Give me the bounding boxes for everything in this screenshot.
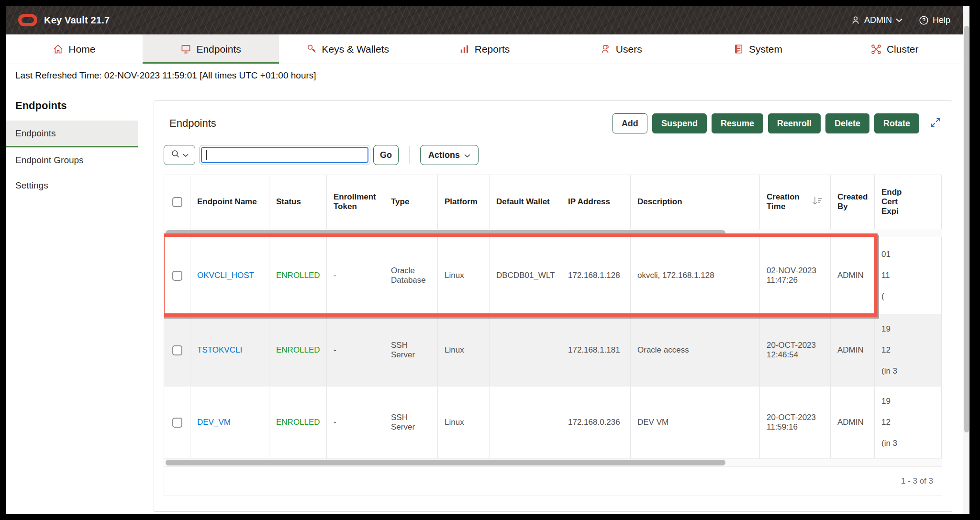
row-select-cell [164, 237, 190, 314]
column-label[interactable]: Description [637, 197, 753, 207]
default-wallet-cell: DBCDB01_WLT [490, 237, 561, 314]
chevron-down-icon [464, 150, 470, 160]
tab-keys-wallets[interactable]: Keys & Wallets [279, 34, 416, 64]
description-cell: Oracle access [631, 314, 760, 386]
status-badge: ENROLLED [276, 345, 320, 355]
chevron-down-icon [183, 151, 189, 159]
tab-system[interactable]: System [690, 34, 826, 64]
column-label[interactable]: Endpoint Name [197, 197, 262, 207]
column-label[interactable]: IP Address [568, 197, 624, 207]
sidebar-title: Endpoints [6, 100, 138, 121]
tab-home[interactable]: Home [6, 34, 143, 64]
help-menu[interactable]: Help [919, 15, 950, 25]
endpoint-link[interactable]: OKVCLI_HOST [197, 271, 262, 280]
main-nav: Home Endpoints Keys & Wallets Reports Us… [6, 34, 963, 64]
status-cell: ENROLLED [269, 314, 327, 386]
user-label: ADMIN [864, 15, 892, 25]
sidebar-item-endpoint-groups[interactable]: Endpoint Groups [6, 147, 138, 173]
search-icon [171, 149, 180, 161]
user-menu[interactable]: ADMIN [851, 15, 902, 25]
table-toolbar: Go Actions [154, 143, 952, 173]
status-cell: ENROLLED [269, 237, 327, 314]
row-select-cell [164, 387, 190, 458]
table-header-row: Endpoint NameStatusEnrollment TokenTypeP… [164, 175, 942, 229]
column-label[interactable]: Enrollment Token [334, 192, 377, 211]
users-icon [600, 44, 611, 55]
select-all-checkbox[interactable] [172, 197, 182, 207]
column-label[interactable]: Default Wallet [496, 197, 554, 207]
row-checkbox[interactable] [172, 418, 182, 428]
sidebar-item-endpoints[interactable]: Endpoints [6, 121, 138, 147]
search-column-selector[interactable] [164, 145, 195, 165]
maximize-button[interactable] [930, 117, 941, 130]
reenroll-button[interactable]: Reenroll [768, 113, 821, 133]
search-input[interactable] [201, 147, 368, 163]
cert-expiration-fragment: 11 [881, 265, 935, 286]
tab-users[interactable]: Users [553, 34, 690, 64]
column-header-created-by: Created By [831, 175, 875, 229]
row-checkbox[interactable] [172, 345, 182, 355]
last-refreshed-text: Last Refreshed Time: 02-NOV-2023 11:59:0… [6, 64, 963, 87]
cert-expiration-fragment: 12 [881, 412, 935, 433]
endpoint-name-cell: TSTOKVCLI [190, 314, 269, 386]
tab-reports[interactable]: Reports [416, 34, 553, 64]
created-by-cell: ADMIN [831, 314, 875, 386]
endpoint-link[interactable]: TSTOKVCLI [197, 345, 262, 355]
endpoints-panel: Endpoints AddSuspendResumeReenrollDelete… [154, 100, 952, 512]
go-button[interactable]: Go [373, 145, 399, 165]
scrollbar-thumb[interactable] [166, 230, 725, 236]
column-label[interactable]: Status [276, 197, 320, 207]
app-window: Key Vault 21.7 ADMIN [6, 6, 969, 514]
type-cell: SSH Server [384, 314, 438, 386]
delete-button[interactable]: Delete [825, 113, 869, 133]
user-icon [851, 15, 860, 25]
column-label[interactable]: Creation Time [767, 192, 806, 211]
cert-expiration-cell: 1912(in 3 [875, 387, 942, 458]
ip-address-cell: 172.168.1.181 [561, 314, 631, 386]
chevron-down-icon [896, 18, 902, 22]
platform-cell: Linux [438, 237, 490, 314]
enrollment-token-cell: - [327, 387, 384, 458]
table-body: OKVCLI_HOSTENROLLED-Oracle DatabaseLinux… [164, 237, 942, 458]
sidebar: Endpoints EndpointsEndpoint GroupsSettin… [6, 87, 138, 198]
suspend-button[interactable]: Suspend [652, 113, 707, 133]
home-icon [53, 44, 64, 55]
sidebar-item-settings[interactable]: Settings [6, 173, 138, 198]
select-all-header [164, 175, 190, 229]
tab-endpoints[interactable]: Endpoints [143, 34, 279, 64]
resume-button[interactable]: Resume [712, 113, 763, 133]
cert-expiration-fragment: 01 [881, 244, 935, 265]
column-label[interactable]: Type [391, 197, 431, 207]
column-label-line: Cert [881, 197, 935, 207]
platform-cell: Linux [438, 387, 490, 458]
row-checkbox[interactable] [172, 271, 182, 281]
column-label[interactable]: Platform [445, 197, 482, 207]
tab-cluster[interactable]: Cluster [826, 34, 963, 64]
scrollbar-thumb[interactable] [166, 460, 725, 465]
enrollment-token-cell: - [327, 314, 384, 386]
column-header-enrollment-token: Enrollment Token [327, 175, 384, 229]
column-header-description: Description [631, 175, 760, 229]
cert-expiration-cell: 0111( [875, 237, 942, 314]
cert-expiration-cell: 1912(in 3 [875, 314, 942, 386]
column-label[interactable]: Created By [837, 192, 868, 211]
horizontal-scrollbar-bottom[interactable] [164, 458, 942, 466]
endpoint-link[interactable]: DEV_VM [197, 418, 262, 427]
enrollment-token-cell: - [327, 237, 384, 314]
top-bar: Key Vault 21.7 ADMIN [6, 6, 963, 34]
system-icon [733, 44, 744, 55]
oracle-logo-icon [18, 14, 37, 26]
column-header-default-wallet: Default Wallet [490, 175, 561, 229]
app-title: Key Vault 21.7 [44, 15, 110, 26]
add-button[interactable]: Add [612, 113, 647, 133]
actions-menu-button[interactable]: Actions [420, 145, 479, 165]
endpoints-table: Endpoint NameStatusEnrollment TokenTypeP… [164, 175, 942, 496]
column-header-endpoint-certificate-expiration: EndpCertExpi [875, 175, 942, 229]
tab-label: Users [616, 44, 642, 55]
column-header-status: Status [269, 175, 327, 229]
scrollbar-thumb[interactable] [964, 26, 969, 432]
horizontal-scrollbar-top[interactable] [164, 229, 942, 237]
vertical-scrollbar[interactable] [963, 6, 969, 514]
reports-icon [459, 44, 470, 55]
rotate-button[interactable]: Rotate [874, 113, 919, 133]
